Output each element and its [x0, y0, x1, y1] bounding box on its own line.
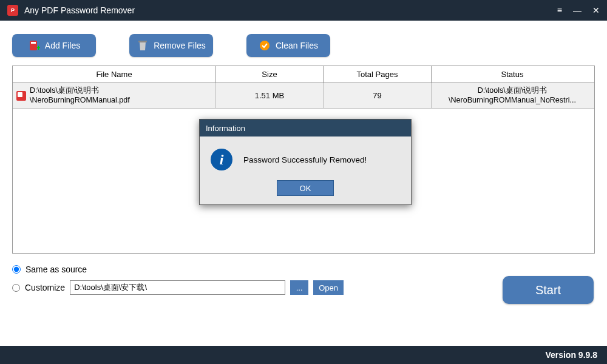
svg-rect-1	[31, 42, 36, 44]
menu-icon[interactable]: ≡	[557, 5, 562, 15]
dialog-title: Information	[200, 120, 411, 136]
open-button[interactable]: Open	[313, 280, 344, 295]
header-size: Size	[216, 66, 324, 83]
start-button[interactable]: Start	[503, 276, 594, 304]
app-title: Any PDF Password Remover	[24, 5, 557, 15]
same-as-source-row[interactable]: Same as source	[12, 265, 595, 274]
table-row[interactable]: D:\tools\桌面\说明书 \NeroBurningROMManual.pd…	[13, 83, 594, 109]
close-icon[interactable]: ✕	[592, 5, 600, 15]
dialog-message: Password Successfully Removed!	[243, 155, 367, 164]
add-files-button[interactable]: + Add Files	[12, 34, 96, 57]
cell-filename: D:\tools\桌面\说明书 \NeroBurningROMManual.pd…	[13, 83, 216, 108]
info-icon: i	[211, 149, 232, 170]
titlebar: P Any PDF Password Remover ≡ — ✕	[0, 0, 607, 21]
cell-size: 1.51 MB	[216, 83, 324, 108]
cell-status: D:\tools\桌面\说明书 \NeroBurningROMManual_No…	[432, 83, 593, 108]
ok-button[interactable]: OK	[277, 180, 334, 196]
statusbar: Version 9.9.8	[0, 346, 607, 364]
svg-point-4	[260, 41, 270, 50]
window-controls: ≡ — ✕	[557, 5, 600, 15]
toolbar: + Add Files Remove Files Clean Files	[0, 21, 607, 66]
same-as-source-label: Same as source	[25, 265, 87, 274]
header-filename: File Name	[13, 66, 216, 83]
version-label: Version 9.9.8	[545, 350, 597, 360]
pdf-file-icon	[16, 91, 26, 101]
table-header: File Name Size Total Pages Status	[13, 66, 594, 83]
svg-rect-3	[138, 41, 147, 42]
app-icon: P	[7, 5, 18, 16]
customize-radio[interactable]	[12, 284, 20, 292]
header-status: Status	[432, 66, 593, 83]
cell-pages: 79	[324, 83, 432, 108]
svg-text:+: +	[36, 44, 40, 52]
add-files-label: Add Files	[45, 41, 80, 50]
clean-files-button[interactable]: Clean Files	[246, 34, 330, 57]
header-pages: Total Pages	[324, 66, 432, 83]
minimize-icon[interactable]: —	[573, 5, 582, 15]
customize-label: Customize	[25, 283, 65, 292]
clean-files-label: Clean Files	[276, 41, 318, 50]
same-as-source-radio[interactable]	[12, 265, 21, 274]
info-dialog: Information i Password Successfully Remo…	[199, 119, 412, 205]
browse-button[interactable]: ...	[290, 280, 308, 295]
remove-files-label: Remove Files	[154, 41, 206, 50]
output-path-input[interactable]	[70, 280, 285, 295]
add-files-icon: +	[28, 39, 40, 52]
trash-icon	[137, 39, 149, 52]
clean-icon	[259, 39, 271, 52]
remove-files-button[interactable]: Remove Files	[129, 34, 213, 57]
